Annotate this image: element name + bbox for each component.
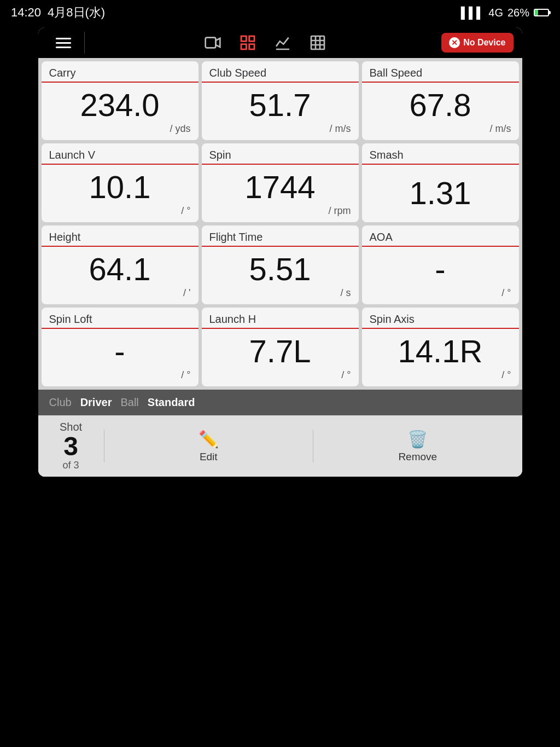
stat-divider-spin-loft <box>42 328 199 329</box>
stat-value-launch-v: 10.1 <box>42 167 199 203</box>
stat-unit-flight-time: / s <box>202 285 359 304</box>
stat-divider-aoa <box>362 246 519 247</box>
edit-icon: ✏️ <box>199 430 219 449</box>
stat-divider-carry <box>42 82 199 83</box>
edit-label: Edit <box>200 451 218 463</box>
remove-label: Remove <box>398 451 437 463</box>
no-device-button[interactable]: ✕ No Device <box>441 33 513 53</box>
video-icon[interactable] <box>204 34 221 51</box>
shot-number: 3 <box>63 433 78 460</box>
toolbar: ✕ No Device <box>38 27 522 58</box>
stat-unit-spin: / rpm <box>202 203 359 222</box>
stat-value-spin-loft: - <box>42 331 199 367</box>
edit-button[interactable]: ✏️ Edit <box>104 430 313 463</box>
stat-value-height: 64.1 <box>42 249 199 285</box>
remove-button[interactable]: 🗑️ Remove <box>313 430 522 463</box>
stat-unit-launch-v: / ° <box>42 203 199 222</box>
stat-value-flight-time: 5.51 <box>202 249 359 285</box>
svg-rect-3 <box>249 36 254 41</box>
stat-divider-spin-axis <box>362 328 519 329</box>
stat-header-flight-time: Flight Time <box>202 225 359 246</box>
network-type: 4G <box>488 7 503 19</box>
status-bar: 14:20 4月8日(水) ▌▌▌ 4G 26% <box>0 0 560 25</box>
stat-value-club-speed: 51.7 <box>202 85 359 121</box>
svg-rect-0 <box>205 38 215 48</box>
stat-unit-launch-h: / ° <box>202 367 359 386</box>
stat-card-ball-speed: Ball Speed 67.8 / m/s <box>362 61 519 140</box>
stat-unit-aoa: / ° <box>362 285 519 304</box>
stat-card-spin: Spin 1744 / rpm <box>202 143 359 222</box>
svg-marker-1 <box>215 38 220 47</box>
club-bar: Club Driver Ball Standard <box>38 390 522 415</box>
stat-divider-spin <box>202 164 359 165</box>
stat-divider-flight-time <box>202 246 359 247</box>
stat-divider-smash <box>362 164 519 165</box>
stat-value-launch-h: 7.7L <box>202 331 359 367</box>
stat-header-smash: Smash <box>362 143 519 164</box>
app-container: ✕ No Device Carry 234.0 / yds Club Speed… <box>38 27 522 477</box>
x-icon: ✕ <box>449 37 460 48</box>
stat-unit-club-speed: / m/s <box>202 121 359 140</box>
stat-header-launch-h: Launch H <box>202 308 359 328</box>
toolbar-divider <box>84 32 85 54</box>
stat-card-carry: Carry 234.0 / yds <box>42 61 199 140</box>
no-device-label: No Device <box>463 38 505 48</box>
date: 4月8日(水) <box>48 4 105 21</box>
stat-value-ball-speed: 67.8 <box>362 85 519 121</box>
stat-value-aoa: - <box>362 249 519 285</box>
shot-info: Shot 3 of 3 <box>38 421 104 471</box>
ball-value: Standard <box>148 396 195 409</box>
stat-value-carry: 234.0 <box>42 85 199 121</box>
stat-divider-height <box>42 246 199 247</box>
stat-card-aoa: AOA - / ° <box>362 225 519 304</box>
club-value: Driver <box>80 396 112 409</box>
chart-icon[interactable] <box>274 34 291 51</box>
stat-header-spin-axis: Spin Axis <box>362 308 519 328</box>
stat-header-club-speed: Club Speed <box>202 61 359 82</box>
stat-divider-launch-h <box>202 328 359 329</box>
stat-value-smash: 1.31 <box>362 167 519 215</box>
time: 14:20 <box>11 5 41 20</box>
table-icon[interactable] <box>309 34 326 51</box>
stat-card-flight-time: Flight Time 5.51 / s <box>202 225 359 304</box>
stat-card-spin-axis: Spin Axis 14.1R / ° <box>362 308 519 386</box>
trash-icon: 🗑️ <box>407 430 428 449</box>
stat-card-launch-h: Launch H 7.7L / ° <box>202 308 359 386</box>
stat-unit-ball-speed: / m/s <box>362 121 519 140</box>
stat-value-spin-axis: 14.1R <box>362 331 519 367</box>
stat-header-aoa: AOA <box>362 225 519 246</box>
signal-icon: ▌▌▌ <box>461 7 485 19</box>
ball-label: Ball <box>120 396 138 409</box>
stat-header-height: Height <box>42 225 199 246</box>
battery-icon <box>534 9 549 16</box>
stat-unit-spin-loft: / ° <box>42 367 199 386</box>
stat-header-spin-loft: Spin Loft <box>42 308 199 328</box>
stat-card-launch-v: Launch V 10.1 / ° <box>42 143 199 222</box>
stat-card-height: Height 64.1 / ' <box>42 225 199 304</box>
stat-card-smash: Smash 1.31 <box>362 143 519 222</box>
stat-unit-spin-axis: / ° <box>362 367 519 386</box>
svg-rect-4 <box>241 44 246 49</box>
svg-rect-7 <box>311 36 324 49</box>
club-label: Club <box>49 396 72 409</box>
grid-icon[interactable] <box>239 34 256 51</box>
stat-header-launch-v: Launch V <box>42 143 199 164</box>
stat-unit-height: / ' <box>42 285 199 304</box>
stat-header-ball-speed: Ball Speed <box>362 61 519 82</box>
stat-header-carry: Carry <box>42 61 199 82</box>
stat-divider-launch-v <box>42 164 199 165</box>
stat-unit-carry: / yds <box>42 121 199 140</box>
stat-divider-ball-speed <box>362 82 519 83</box>
stat-value-spin: 1744 <box>202 167 359 203</box>
menu-button[interactable] <box>47 33 80 53</box>
battery-percent: 26% <box>508 7 529 19</box>
toolbar-icons <box>89 34 442 51</box>
stat-card-club-speed: Club Speed 51.7 / m/s <box>202 61 359 140</box>
svg-rect-5 <box>249 44 254 49</box>
stat-unit-smash <box>362 215 519 222</box>
stat-header-spin: Spin <box>202 143 359 164</box>
shot-of: of 3 <box>62 460 79 471</box>
stat-card-spin-loft: Spin Loft - / ° <box>42 308 199 386</box>
stats-grid: Carry 234.0 / yds Club Speed 51.7 / m/s … <box>38 58 522 390</box>
stat-divider-club-speed <box>202 82 359 83</box>
